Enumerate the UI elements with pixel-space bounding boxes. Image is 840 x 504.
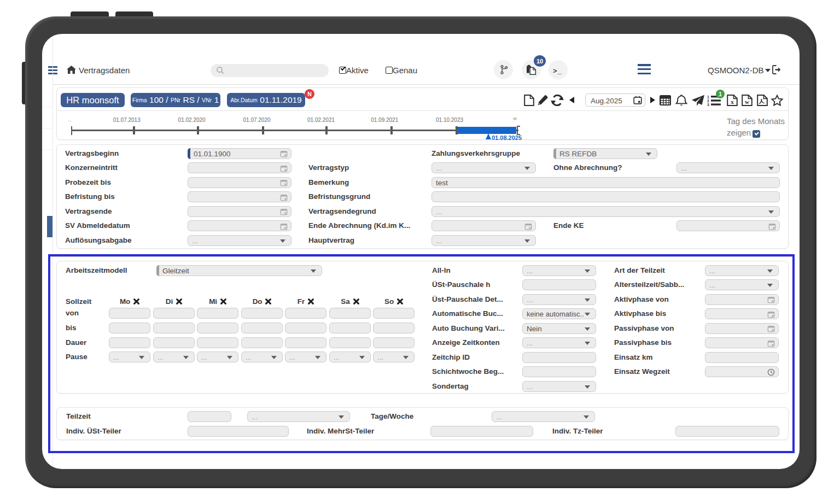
- svg-text:w: w: [745, 98, 749, 105]
- svg-text:2: 2: [707, 99, 709, 103]
- svg-text:3: 3: [707, 103, 709, 107]
- svg-text:x: x: [731, 98, 734, 105]
- svg-text:1: 1: [707, 95, 709, 99]
